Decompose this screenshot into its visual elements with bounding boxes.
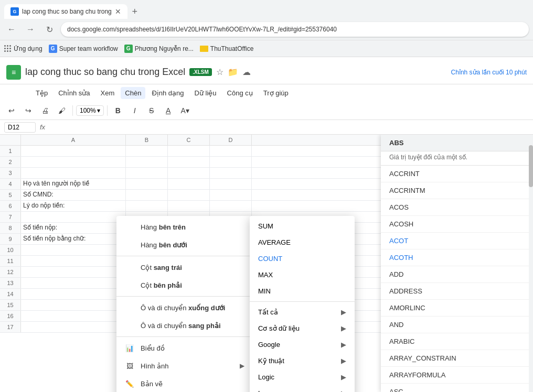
active-tab[interactable]: G lap cong thuc so bang chu trong ✕ <box>4 4 127 19</box>
func-list-arrayformula[interactable]: ARRAYFORMULA <box>381 367 533 384</box>
cell-d6[interactable] <box>210 201 252 211</box>
cell-a8[interactable]: Số tiền nộp: <box>21 223 126 233</box>
forward-button[interactable]: → <box>23 22 38 37</box>
insert-cell-right[interactable]: Ô và di chuyển sang phải <box>116 317 253 334</box>
cell-b4[interactable] <box>126 179 168 189</box>
func-list-acos[interactable]: ACOS <box>381 199 533 216</box>
func-list-accrint[interactable]: ACCRINT <box>381 166 533 182</box>
func-list-address[interactable]: ADDRESS <box>381 283 533 300</box>
underline-button[interactable]: A <box>161 103 176 118</box>
cell-a12[interactable] <box>21 267 126 277</box>
cell-b3[interactable] <box>126 168 168 178</box>
cell-a14[interactable] <box>21 289 126 299</box>
back-button[interactable]: ← <box>4 22 19 37</box>
italic-button[interactable]: I <box>127 103 142 118</box>
func-list-asc[interactable]: ASC <box>381 384 533 392</box>
cell-c1[interactable] <box>168 146 210 156</box>
func-cat-engineering[interactable]: Kỹ thuật ▶ <box>250 353 355 369</box>
func-list-arabic[interactable]: ARABIC <box>381 333 533 350</box>
cell-d1[interactable] <box>210 146 252 156</box>
cell-d3[interactable] <box>210 168 252 178</box>
func-cat-logic[interactable]: Logic ▶ <box>250 369 355 385</box>
cell-a4[interactable]: Họ và tên người nộp tiề <box>21 179 126 189</box>
cell-a10[interactable] <box>21 245 126 255</box>
func-list-acoth[interactable]: ACOTH <box>381 249 533 266</box>
cell-a15[interactable] <box>21 300 126 310</box>
func-cat-filter[interactable]: Lọc ▶ <box>250 385 355 392</box>
reload-button[interactable]: ↻ <box>42 22 57 37</box>
insert-row-below[interactable]: Hàng bên dưới <box>116 236 253 254</box>
cell-a17[interactable] <box>21 322 126 332</box>
cell-c2[interactable] <box>168 157 210 167</box>
format-paint-button[interactable]: 🖌 <box>55 103 69 118</box>
insert-col-left[interactable]: Cột sang trái <box>116 258 253 276</box>
menu-dulieu[interactable]: Dữ liệu <box>190 87 221 99</box>
insert-drawing[interactable]: ✏️ Bản vẽ <box>116 375 253 392</box>
func-max[interactable]: MAX <box>250 267 355 283</box>
bookmark-apps[interactable]: Ứng dụng <box>4 45 42 52</box>
cell-a13[interactable] <box>21 278 126 288</box>
cell-d2[interactable] <box>210 157 252 167</box>
cloud-icon[interactable]: ☁ <box>242 67 251 77</box>
print-button[interactable]: 🖨 <box>38 103 52 118</box>
doc-title[interactable]: lap cong thuc so bang chu trong Excel <box>25 67 185 78</box>
cell-a7[interactable] <box>21 212 126 222</box>
zoom-selector[interactable]: 100% ▾ <box>76 105 104 116</box>
func-cat-google[interactable]: Google ▶ <box>250 336 355 353</box>
func-list-scrollbar[interactable] <box>529 135 533 392</box>
insert-row-above[interactable]: Hàng bên trên <box>116 218 253 236</box>
cell-a11[interactable] <box>21 256 126 266</box>
cell-d5[interactable] <box>210 190 252 200</box>
cell-a3[interactable] <box>21 168 126 178</box>
cell-a6[interactable]: Lý do nộp tiền: <box>21 201 126 211</box>
edit-info[interactable]: Chỉnh sửa lần cuối 10 phút <box>451 69 527 76</box>
func-list-acosh[interactable]: ACOSH <box>381 216 533 233</box>
cell-b6[interactable] <box>126 201 168 211</box>
cell-a9[interactable]: Số tiền nộp bằng chữ: <box>21 234 126 244</box>
insert-chart[interactable]: 📊 Biểu đồ <box>116 339 253 357</box>
redo-button[interactable]: ↪ <box>21 103 36 118</box>
menu-trogiup[interactable]: Trợ giúp <box>259 87 293 99</box>
cell-b5[interactable] <box>126 190 168 200</box>
func-sum[interactable]: SUM <box>250 218 355 234</box>
cell-c3[interactable] <box>168 168 210 178</box>
cell-ref-input[interactable] <box>4 122 36 133</box>
cell-c5[interactable] <box>168 190 210 200</box>
undo-button[interactable]: ↩ <box>4 103 19 118</box>
cell-b1[interactable] <box>126 146 168 156</box>
insert-cell-down[interactable]: Ô và di chuyển xuống dưới <box>116 299 253 317</box>
menu-tep[interactable]: Tệp <box>31 87 52 99</box>
strikethrough-button[interactable]: S <box>144 103 159 118</box>
tab-close-button[interactable]: ✕ <box>115 7 121 16</box>
cell-a1[interactable] <box>21 146 126 156</box>
bookmark-phuong[interactable]: G Phương Nguyễn re... <box>124 45 194 53</box>
func-list-add[interactable]: ADD <box>381 266 533 283</box>
cell-b2[interactable] <box>126 157 168 167</box>
func-min[interactable]: MIN <box>250 283 355 299</box>
menu-chinhs[interactable]: Chỉnh sửa <box>54 87 94 99</box>
cell-a5[interactable]: Số CMND: <box>21 190 126 200</box>
menu-chen[interactable]: Chèn <box>121 87 145 99</box>
cell-c6[interactable] <box>168 201 210 211</box>
insert-image[interactable]: 🖼 Hình ảnh ▶ <box>116 357 253 375</box>
func-count[interactable]: COUNT <box>250 251 355 267</box>
func-list-array-constrain[interactable]: ARRAY_CONSTRAIN <box>381 350 533 367</box>
func-list-acot[interactable]: ACOT <box>381 233 533 249</box>
bookmark-thu[interactable]: ThuThuatOffice <box>200 45 254 52</box>
cell-a2[interactable] <box>21 157 126 167</box>
text-color-button[interactable]: A▾ <box>178 103 193 118</box>
bold-button[interactable]: B <box>111 103 125 118</box>
func-cat-database[interactable]: Cơ sở dữ liệu ▶ <box>250 320 355 336</box>
url-input[interactable] <box>61 22 529 37</box>
cell-a16[interactable] <box>21 311 126 321</box>
func-list-accrintm[interactable]: ACCRINTM <box>381 182 533 199</box>
star-icon[interactable]: ☆ <box>216 67 223 77</box>
new-tab-button[interactable]: + <box>127 4 142 19</box>
menu-dinhd[interactable]: Định dạng <box>147 87 188 99</box>
move-icon[interactable]: 📁 <box>228 67 238 77</box>
menu-congcu[interactable]: Công cụ <box>223 87 257 99</box>
func-list-amorlinc[interactable]: AMORLINC <box>381 300 533 317</box>
bookmark-super[interactable]: G Super team workflow <box>49 45 118 53</box>
func-average[interactable]: AVERAGE <box>250 234 355 251</box>
func-cat-all[interactable]: Tất cả ▶ <box>250 304 355 320</box>
